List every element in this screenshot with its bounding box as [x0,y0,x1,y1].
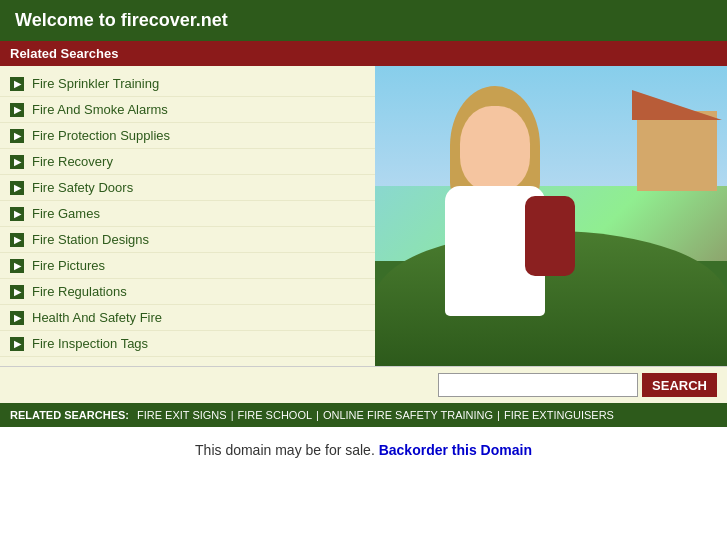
arrow-icon: ▶ [10,155,24,169]
main-content: ▶Fire Sprinkler Training▶Fire And Smoke … [0,66,727,366]
search-button[interactable]: SEARCH [642,373,717,397]
header: Welcome to firecover.net Related Searche… [0,0,727,66]
divider: | [497,409,500,421]
divider: | [316,409,319,421]
link-text[interactable]: Fire Station Designs [32,232,149,247]
list-item: ▶Fire Safety Doors [0,175,375,201]
footer-text: This domain may be for sale. [195,442,375,458]
header-title: Welcome to firecover.net [15,10,228,30]
search-input[interactable] [438,373,638,397]
arrow-icon: ▶ [10,207,24,221]
link-text[interactable]: Fire Pictures [32,258,105,273]
list-item: ▶Fire Regulations [0,279,375,305]
arrow-icon: ▶ [10,77,24,91]
search-bar: SEARCH [0,366,727,403]
related-searches-label: Related Searches [10,46,118,61]
link-text[interactable]: Fire Inspection Tags [32,336,148,351]
list-item: ▶Fire Pictures [0,253,375,279]
bottom-related-link[interactable]: FIRE SCHOOL [238,409,313,421]
arrow-icon: ▶ [10,259,24,273]
link-text[interactable]: Fire Protection Supplies [32,128,170,143]
related-searches-bottom-label: RELATED SEARCHES: [10,409,129,421]
backorder-link[interactable]: Backorder this Domain [379,442,532,458]
bottom-related-link[interactable]: FIRE EXTINGUISERS [504,409,614,421]
link-text[interactable]: Fire Regulations [32,284,127,299]
bottom-related-link[interactable]: ONLINE FIRE SAFETY TRAINING [323,409,493,421]
arrow-icon: ▶ [10,181,24,195]
list-item: ▶Fire Sprinkler Training [0,71,375,97]
arrow-icon: ▶ [10,233,24,247]
list-item: ▶Health And Safety Fire [0,305,375,331]
list-item: ▶Fire Protection Supplies [0,123,375,149]
link-text[interactable]: Fire And Smoke Alarms [32,102,168,117]
divider: | [231,409,234,421]
arrow-icon: ▶ [10,129,24,143]
arrow-icon: ▶ [10,103,24,117]
list-item: ▶Fire Inspection Tags [0,331,375,357]
link-text[interactable]: Fire Games [32,206,100,221]
list-item: ▶Fire Games [0,201,375,227]
arrow-icon: ▶ [10,285,24,299]
related-searches-bottom: RELATED SEARCHES: FIRE EXIT SIGNS | FIRE… [0,403,727,427]
image-panel [375,66,727,366]
list-item: ▶Fire And Smoke Alarms [0,97,375,123]
footer: This domain may be for sale. Backorder t… [0,427,727,473]
link-text[interactable]: Health And Safety Fire [32,310,162,325]
arrow-icon: ▶ [10,311,24,325]
bottom-related-link[interactable]: FIRE EXIT SIGNS [137,409,227,421]
list-item: ▶Fire Recovery [0,149,375,175]
link-text[interactable]: Fire Sprinkler Training [32,76,159,91]
links-panel: ▶Fire Sprinkler Training▶Fire And Smoke … [0,66,375,366]
arrow-icon: ▶ [10,337,24,351]
link-text[interactable]: Fire Safety Doors [32,180,133,195]
link-text[interactable]: Fire Recovery [32,154,113,169]
list-item: ▶Fire Station Designs [0,227,375,253]
